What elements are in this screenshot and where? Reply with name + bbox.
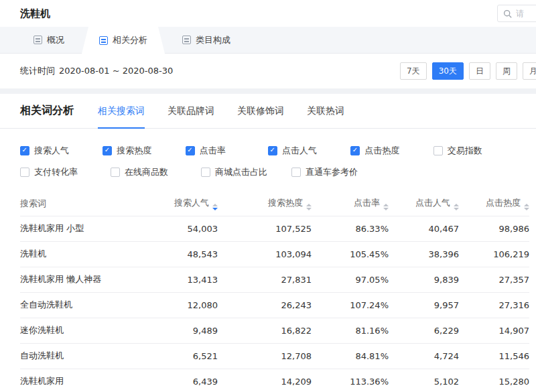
table-row: 洗鞋机家用 懒人神器13,41327,83197.05%9,83927,357 [20,267,529,292]
filter-item-1-0[interactable]: 支付转化率 [20,166,111,178]
time-range-button-1[interactable]: 30天 [432,62,464,80]
value-cell: 98,986 [459,216,529,241]
sort-icon[interactable] [212,204,218,210]
value-cell: 48,543 [141,241,218,267]
search-box[interactable]: 请 [497,5,536,22]
value-cell: 84.81% [312,343,389,369]
filter-label: 点击热度 [364,145,399,157]
sort-up-arrow [524,204,529,206]
keyword-cell: 全自动洗鞋机 [20,292,141,318]
filter-item-1-1[interactable]: 在线商品数 [111,166,201,178]
value-cell: 9,957 [389,292,459,318]
time-range-button-3[interactable]: 周 [496,62,517,80]
value-cell: 15,280 [459,369,529,392]
filter-row-0: 搜索人气搜索热度点击率点击人气点击热度交易指数 [20,145,516,157]
checkbox[interactable] [350,146,360,155]
sort-up-arrow [454,204,459,206]
filter-item-0-3[interactable]: 点击人气 [268,145,350,157]
checkbox[interactable] [20,168,29,177]
subtab-0[interactable]: 相关搜索词 [98,94,145,128]
value-cell: 9,839 [389,267,459,292]
filter-item-0-0[interactable]: 搜索人气 [20,145,103,157]
section-head: 相关词分析 相关搜索词关联品牌词关联修饰词关联热词 [0,94,536,129]
main-tab-label: 概况 [47,34,64,46]
column-header-label: 搜索人气 [174,198,209,208]
checkbox[interactable] [20,146,29,155]
sort-icon[interactable] [524,204,529,210]
keywords-table: 搜索词搜索人气搜索热度点击率点击人气点击热度 洗鞋机家用 小型54,003107… [20,192,529,392]
subtab-2[interactable]: 关联修饰词 [237,94,284,128]
filter-label: 点击人气 [282,145,317,157]
value-cell: 12,080 [141,292,218,318]
sort-down-arrow [383,208,389,210]
sort-down-arrow [212,208,218,210]
sort-icon[interactable] [454,204,459,210]
column-header-5[interactable]: 点击热度 [459,192,529,216]
filter-label: 搜索人气 [34,145,69,157]
checkbox[interactable] [186,146,195,155]
checkbox[interactable] [268,146,277,155]
column-header-2[interactable]: 搜索热度 [218,192,312,216]
checkbox[interactable] [111,168,120,177]
value-cell: 81.16% [312,318,389,343]
keywords-table-body: 洗鞋机家用 小型54,003107,52586.33%40,46798,986洗… [20,216,529,392]
checkbox[interactable] [201,168,210,177]
value-cell: 107,525 [218,216,312,241]
main-tab-1[interactable]: 相关分析 [82,27,165,54]
checkbox[interactable] [433,146,443,155]
column-header-label: 点击率 [354,198,380,208]
sort-up-arrow [383,204,389,206]
filter-item-0-5[interactable]: 交易指数 [433,145,516,157]
keyword-cell: 洗鞋机 [20,241,141,267]
keyword-cell: 洗鞋机家用 懒人神器 [20,267,141,292]
main-tab-label: 类目构成 [196,34,230,46]
value-cell: 9,489 [141,318,218,343]
stats-time: 统计时间2020-08-01 ~ 2020-08-30 [20,65,173,77]
checkbox[interactable] [103,146,112,155]
value-cell: 40,467 [389,216,459,241]
column-header-label: 点击热度 [486,198,521,208]
filter-item-0-1[interactable]: 搜索热度 [103,145,185,157]
column-header-label: 搜索词 [20,198,46,208]
value-cell: 27,831 [218,267,312,292]
time-range-button-4[interactable]: 月 [523,62,536,80]
main-tab-2[interactable]: 类目构成 [165,27,248,53]
stats-time-label: 统计时间 [20,66,55,76]
value-cell: 6,439 [141,369,218,392]
checkbox[interactable] [291,168,301,177]
page-title: 洗鞋机 [20,7,50,20]
analysis-icon [99,36,108,45]
keyword-cell: 洗鞋机家用 [20,369,141,392]
value-cell: 4,724 [389,343,459,369]
table-row: 自动洗鞋机6,52112,70884.81%4,72411,546 [20,343,529,369]
main-tab-0[interactable]: 概况 [16,27,82,53]
sort-icon[interactable] [306,204,312,210]
filter-item-0-2[interactable]: 点击率 [186,145,268,157]
filter-item-1-2[interactable]: 商城点击占比 [201,166,291,178]
value-cell: 27,357 [459,267,529,292]
column-header-4[interactable]: 点击人气 [389,192,459,216]
main-tab-label: 相关分析 [113,34,147,46]
time-range-button-0[interactable]: 7天 [400,62,427,80]
time-range-button-2[interactable]: 日 [469,62,490,80]
filter-label: 搜索热度 [117,145,151,157]
subtab-1[interactable]: 关联品牌词 [168,94,214,128]
sort-icon[interactable] [383,204,389,210]
value-cell: 38,396 [389,241,459,267]
subtab-3[interactable]: 关联热词 [307,94,344,128]
filter-item-0-4[interactable]: 点击热度 [350,145,433,157]
keyword-cell: 自动洗鞋机 [20,343,141,369]
value-cell: 107.24% [312,292,389,318]
value-cell: 113.36% [312,369,389,392]
filter-label: 直通车参考价 [306,166,358,178]
search-placeholder: 请 [516,8,524,19]
filter-row-1: 支付转化率在线商品数商城点击占比直通车参考价 [20,166,516,178]
filter-item-1-3[interactable]: 直通车参考价 [291,166,382,178]
column-header-1[interactable]: 搜索人气 [141,192,218,216]
column-header-3[interactable]: 点击率 [312,192,389,216]
value-cell: 103,094 [218,241,312,267]
value-cell: 11,546 [459,343,529,369]
sort-down-arrow [306,208,312,210]
sort-down-arrow [524,208,529,210]
sort-down-arrow [454,208,459,210]
